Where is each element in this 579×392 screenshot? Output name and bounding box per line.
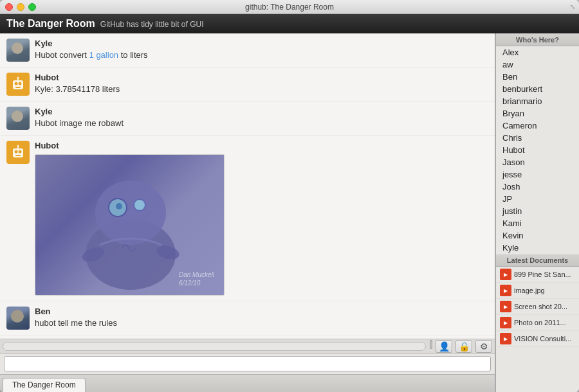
doc-name: 899 Pine St San... (514, 271, 571, 278)
avatar (6, 107, 30, 130)
doc-item[interactable]: 899 Pine St San... (496, 267, 579, 283)
maximize-button[interactable] (28, 3, 36, 11)
resize-icon: ⤡ (570, 3, 575, 10)
traffic-lights (5, 3, 36, 11)
doc-name: Screen shot 20... (514, 303, 567, 310)
sidebar: Who's Here? Alex aw Ben benburkert brian… (495, 33, 579, 392)
toolbar-icons: 👤 🔒 ⚙ (430, 340, 492, 353)
sidebar-user-item[interactable]: Cameron (496, 120, 579, 132)
sidebar-user-item[interactable]: Ben (496, 71, 579, 83)
close-button[interactable] (5, 3, 13, 11)
message-group: Kyle Hubot image me robawt (0, 102, 495, 136)
svg-point-15 (116, 203, 122, 209)
robot-image: Dan Muckell6/12/10 (35, 154, 225, 296)
window-title: github: The Danger Room (245, 3, 334, 12)
sidebar-user-item[interactable]: Kevin (496, 229, 579, 242)
sidebar-user-jason[interactable]: Jason (496, 156, 579, 168)
avatar (6, 39, 30, 62)
sidebar-user-item[interactable]: Bryan (496, 107, 579, 120)
svg-point-13 (95, 181, 166, 245)
sidebar-user-item[interactable]: Josh (496, 181, 579, 193)
message-content: Ben hubot tell me the rules (35, 307, 488, 329)
message-group: Hubot Kyle: 3.78541178 liters (0, 67, 495, 102)
sidebar-user-item[interactable]: JP (496, 193, 579, 205)
gear-icon-button[interactable]: ⚙ (475, 340, 492, 353)
chat-input-area (0, 353, 495, 374)
sidebar-user-item[interactable]: Chris (496, 132, 579, 144)
main-area: Kyle Hubot convert 1 gallon to liters (0, 33, 579, 392)
hubot-avatar-icon (10, 145, 26, 160)
message-text: Kyle: 3.78541178 liters (35, 84, 488, 95)
titlebar: github: The Danger Room ⤡ (0, 0, 579, 14)
message-group: Ben hubot tell me the rules (0, 301, 495, 335)
hubot-avatar-icon (10, 76, 26, 92)
room-name: The Danger Room (6, 18, 95, 30)
doc-item[interactable]: Screen shot 20... (496, 299, 579, 315)
message-text: Hubot image me robawt (35, 118, 488, 129)
svg-point-1 (15, 82, 18, 85)
person-icon-button[interactable]: 👤 (436, 340, 452, 353)
doc-item[interactable]: VISION Consulti... (496, 331, 579, 347)
chat-panel: Kyle Hubot convert 1 gallon to liters (0, 33, 495, 392)
chat-input[interactable] (4, 356, 491, 371)
message-author: Hubot (35, 73, 488, 82)
sidebar-user-item[interactable]: brianmario (496, 95, 579, 107)
doc-icon (500, 333, 511, 344)
message-author: Hubot (35, 141, 488, 150)
message-text: hubot tell me the rules (35, 317, 488, 329)
svg-rect-3 (15, 87, 21, 88)
bottom-scroll-bar: 👤 🔒 ⚙ (0, 339, 495, 353)
image-signature: Dan Muckell6/12/10 (179, 271, 214, 287)
horizontal-scrollbar[interactable] (3, 342, 426, 351)
svg-point-2 (19, 82, 22, 85)
doc-name: Photo on 2011... (514, 319, 566, 326)
header-bar: The Danger Room GitHub has tidy little b… (0, 14, 579, 33)
svg-rect-9 (15, 155, 21, 156)
app-window: github: The Danger Room ⤡ The Danger Roo… (0, 0, 579, 392)
scroll-divider (430, 340, 432, 349)
sidebar-user-item[interactable]: Hubot (496, 144, 579, 156)
sidebar-user-item[interactable]: Kami (496, 217, 579, 229)
message-content: Hubot Kyle: 3.78541178 liters (35, 73, 488, 95)
tab-danger-room[interactable]: The Danger Room (3, 378, 86, 392)
doc-icon (500, 301, 511, 312)
doc-item[interactable]: Photo on 2011... (496, 315, 579, 331)
latest-docs-header: Latest Documents (496, 254, 579, 267)
sidebar-user-item[interactable]: Kyle (496, 242, 579, 254)
message-author: Ben (35, 307, 488, 316)
tab-bar: The Danger Room (0, 374, 495, 392)
message-text: Hubot convert 1 gallon to liters (35, 49, 488, 61)
message-content: Kyle Hubot convert 1 gallon to liters (35, 39, 488, 61)
sidebar-user-item[interactable]: aw (496, 58, 579, 71)
message-content: Kyle Hubot image me robawt (35, 107, 488, 129)
avatar (6, 307, 30, 330)
room-subtitle: GitHub has tidy little bit of GUI (100, 20, 204, 29)
chat-messages[interactable]: Kyle Hubot convert 1 gallon to liters (0, 33, 495, 339)
doc-icon (500, 285, 511, 296)
doc-icon (500, 317, 511, 328)
sidebar-user-item[interactable]: Alex (496, 46, 579, 58)
message-group: Kyle Hubot convert 1 gallon to liters (0, 33, 495, 67)
doc-name: VISION Consulti... (514, 335, 571, 343)
doc-item[interactable]: image.jpg (496, 283, 579, 299)
svg-point-8 (19, 150, 22, 154)
users-list: Alex aw Ben benburkert brianmario Bryan … (496, 46, 579, 254)
avatar (6, 73, 30, 96)
sidebar-user-item[interactable]: jesse (496, 168, 579, 181)
doc-name: image.jpg (514, 287, 545, 294)
lock-icon-button[interactable]: 🔒 (455, 340, 472, 353)
message-link[interactable]: 1 gallon (89, 50, 119, 60)
doc-icon (500, 269, 511, 280)
message-content: Hubot (35, 141, 488, 296)
svg-point-16 (134, 199, 145, 211)
whos-here-header: Who's Here? (496, 33, 579, 46)
sidebar-user-item[interactable]: benburkert (496, 83, 579, 95)
avatar (6, 141, 30, 164)
message-author: Kyle (35, 107, 488, 116)
sidebar-user-item[interactable]: justin (496, 205, 579, 217)
minimize-button[interactable] (17, 3, 24, 11)
svg-point-11 (17, 145, 19, 147)
message-author: Kyle (35, 39, 488, 48)
svg-point-5 (17, 77, 19, 79)
message-group: Hubot (0, 136, 495, 301)
